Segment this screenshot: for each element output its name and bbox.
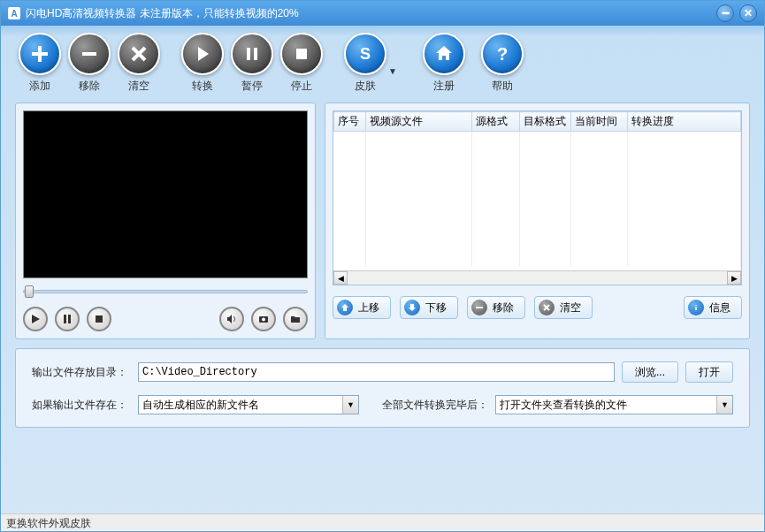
output-dir-input[interactable] — [138, 362, 615, 382]
stop-icon — [94, 314, 104, 324]
svg-text:S: S — [360, 45, 371, 63]
window-title: 闪电HD高清视频转换器 未注册版本，只能转换视频的20% — [26, 6, 716, 21]
svg-rect-3 — [296, 49, 307, 59]
minimize-button[interactable]: ━ — [716, 4, 734, 22]
arrow-down-icon — [408, 303, 417, 312]
move-down-button[interactable]: 下移 — [400, 296, 458, 319]
status-text: 更换软件外观皮肤 — [6, 517, 91, 529]
home-icon — [433, 43, 455, 65]
stop-icon — [291, 43, 312, 65]
pause-button[interactable]: 暂停 — [227, 33, 277, 94]
col-progress[interactable]: 转换进度 — [628, 112, 741, 132]
preview-panel — [15, 103, 316, 339]
pause-icon — [62, 314, 73, 324]
svg-rect-11 — [476, 307, 483, 308]
preview-pause-button[interactable] — [55, 307, 80, 331]
folder-icon — [290, 314, 301, 324]
status-bar: 更换软件外观皮肤 — [1, 513, 764, 531]
col-time[interactable]: 当前时间 — [571, 112, 628, 132]
grid-header-row: 序号 视频源文件 源格式 目标格式 当前时间 转换进度 — [334, 112, 741, 132]
browse-button[interactable]: 浏览... — [622, 361, 678, 383]
list-clear-button[interactable]: 清空 — [534, 296, 593, 319]
after-all-label: 全部文件转换完毕后： — [382, 398, 488, 413]
camera-icon — [258, 314, 269, 324]
close-button[interactable]: ✕ — [739, 4, 757, 22]
stop-button[interactable]: 停止 — [277, 33, 326, 94]
app-window: A 闪电HD高清视频转换器 未注册版本，只能转换视频的20% ━ ✕ 添加 移除… — [0, 0, 765, 532]
svg-point-10 — [262, 318, 265, 322]
col-source[interactable]: 视频源文件 — [366, 112, 472, 132]
file-exists-select[interactable]: 自动生成相应的新文件名 ▼ — [138, 395, 359, 414]
preview-play-button[interactable] — [23, 307, 48, 331]
skin-s-icon: S — [355, 43, 376, 65]
arrow-up-icon — [340, 303, 349, 312]
svg-text:i: i — [695, 303, 698, 312]
seek-thumb[interactable] — [25, 285, 34, 298]
open-button[interactable]: 打开 — [685, 361, 733, 383]
col-index[interactable]: 序号 — [334, 112, 366, 132]
preview-stop-button[interactable] — [87, 307, 111, 331]
plus-icon — [29, 43, 50, 65]
move-up-button[interactable]: 上移 — [333, 296, 391, 319]
question-icon: ? — [492, 43, 513, 65]
titlebar[interactable]: A 闪电HD高清视频转换器 未注册版本，只能转换视频的20% ━ ✕ — [1, 1, 764, 26]
scroll-right-icon[interactable]: ▶ — [727, 271, 741, 285]
minus-icon — [475, 303, 484, 312]
info-icon: i — [692, 303, 700, 312]
play-icon — [192, 43, 213, 65]
svg-rect-0 — [82, 52, 96, 56]
play-icon — [30, 314, 41, 324]
remove-button[interactable]: 移除 — [65, 33, 114, 94]
app-icon: A — [8, 7, 20, 19]
svg-rect-1 — [247, 48, 250, 60]
main-toolbar: 添加 移除 清空 转换 暂停 停止 — [1, 26, 764, 97]
speaker-icon — [226, 314, 237, 324]
help-button[interactable]: ? 帮助 — [473, 33, 532, 94]
file-grid[interactable]: 序号 视频源文件 源格式 目标格式 当前时间 转换进度 — [333, 110, 742, 285]
seek-slider[interactable] — [23, 285, 308, 298]
output-settings-panel: 输出文件存放目录： 浏览... 打开 如果输出文件存在： 自动生成相应的新文件名… — [15, 348, 750, 428]
col-dst-format[interactable]: 目标格式 — [520, 112, 571, 132]
file-list-panel: 序号 视频源文件 源格式 目标格式 当前时间 转换进度 — [325, 103, 750, 339]
output-dir-label: 输出文件存放目录： — [32, 365, 131, 380]
list-remove-button[interactable]: 移除 — [467, 296, 525, 319]
minus-icon — [79, 43, 100, 65]
x-icon — [128, 43, 149, 65]
register-button[interactable]: 注册 — [415, 33, 473, 94]
volume-button[interactable] — [219, 307, 244, 331]
svg-rect-2 — [254, 48, 257, 60]
chevron-down-icon: ▼ — [716, 396, 732, 414]
info-button[interactable]: i 信息 — [684, 296, 742, 319]
svg-rect-8 — [96, 315, 103, 323]
scroll-left-icon[interactable]: ◀ — [333, 271, 348, 285]
open-folder-button[interactable] — [283, 307, 308, 331]
snapshot-button[interactable] — [251, 307, 276, 331]
pause-icon — [241, 43, 263, 65]
convert-button[interactable]: 转换 — [178, 33, 227, 94]
clear-button[interactable]: 清空 — [114, 33, 164, 94]
skin-button[interactable]: S 皮肤 — [340, 33, 390, 94]
svg-rect-6 — [64, 315, 66, 323]
horizontal-scrollbar[interactable]: ◀ ▶ — [333, 270, 741, 285]
x-icon — [542, 303, 551, 312]
svg-text:?: ? — [497, 44, 508, 64]
chevron-down-icon: ▼ — [342, 396, 358, 414]
add-button[interactable]: 添加 — [15, 33, 65, 94]
file-exists-label: 如果输出文件存在： — [32, 398, 131, 413]
video-preview[interactable] — [23, 110, 308, 278]
after-all-select[interactable]: 打开文件夹查看转换的文件 ▼ — [495, 395, 733, 414]
svg-rect-7 — [68, 315, 71, 323]
skin-dropdown-arrow[interactable]: ▼ — [388, 66, 397, 76]
col-src-format[interactable]: 源格式 — [472, 112, 520, 132]
